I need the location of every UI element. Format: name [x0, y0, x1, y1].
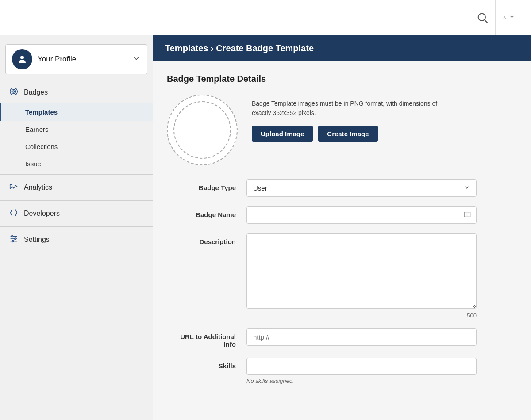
url-field: URL to Additional Info: [167, 328, 517, 348]
settings-icon: [9, 234, 19, 245]
description-label: Description: [167, 233, 246, 245]
svg-line-1: [485, 20, 487, 23]
sidebar-item-analytics[interactable]: Analytics: [0, 176, 153, 199]
badges-subnav: Templates Earners Collections Issue: [0, 103, 153, 172]
profile-name: Your Profile: [38, 55, 76, 64]
url-input-wrapper: [246, 328, 477, 346]
sidebar-item-badges[interactable]: Badges: [0, 81, 153, 103]
sidebar-item-collections[interactable]: Collections: [0, 138, 153, 155]
main-layout: Your Profile Badges: [0, 35, 531, 420]
badge-type-label: Badge Type: [167, 179, 246, 191]
content-area: Templates › Create Badge Template Badge …: [153, 35, 531, 420]
section-title: Badge Template Details: [167, 74, 517, 84]
skills-label: Skills: [167, 358, 246, 370]
search-icon: [476, 11, 489, 24]
svg-point-3: [20, 56, 24, 59]
breadcrumb: Templates › Create Badge Template: [165, 43, 314, 53]
svg-point-5: [12, 89, 15, 93]
image-upload-row: Badge Template images must be in PNG for…: [167, 95, 517, 165]
upload-image-button[interactable]: Upload Image: [252, 126, 313, 142]
skills-input-wrapper: No skills assigned.: [246, 358, 477, 384]
image-upload-info: Badge Template images must be in PNG for…: [252, 95, 446, 142]
sidebar-item-earners[interactable]: Earners: [0, 121, 153, 138]
sidebar-item-settings[interactable]: Settings: [0, 229, 153, 251]
image-buttons: Upload Image Create Image: [252, 126, 446, 142]
profile-section[interactable]: Your Profile: [5, 44, 147, 74]
url-label: URL to Additional Info: [167, 328, 246, 348]
char-count: 500: [246, 312, 477, 319]
svg-point-13: [12, 241, 14, 242]
user-chevron-icon: [509, 14, 515, 22]
description-textarea[interactable]: [246, 233, 477, 309]
image-placeholder: [167, 95, 238, 165]
svg-point-4: [10, 88, 18, 95]
skills-field: Skills No skills assigned.: [167, 358, 517, 384]
image-placeholder-inner: [173, 101, 231, 159]
analytics-icon: [9, 182, 19, 193]
description-field: Description 500: [167, 233, 517, 319]
badge-name-label: Badge Name: [167, 206, 246, 218]
sidebar-item-templates[interactable]: Templates: [0, 103, 153, 121]
url-input[interactable]: [246, 328, 477, 346]
badge-name-input[interactable]: [246, 206, 477, 224]
sidebar-item-issue[interactable]: Issue: [0, 155, 153, 172]
badges-label: Badges: [24, 88, 48, 96]
badge-type-select[interactable]: User Organization Group: [246, 179, 477, 197]
form-container: Badge Template Details Badge Template im…: [153, 61, 531, 406]
profile-chevron-icon: [132, 54, 141, 65]
badges-section: Badges Templates Earners Collections Iss…: [0, 81, 153, 172]
avatar: [12, 49, 32, 69]
image-info-text: Badge Template images must be in PNG for…: [252, 99, 446, 118]
sidebar-item-developers[interactable]: Developers: [0, 202, 153, 225]
developers-icon: [9, 208, 19, 219]
analytics-label: Analytics: [24, 183, 52, 191]
create-image-button[interactable]: Create Image: [318, 126, 377, 142]
user-icon: [503, 12, 506, 23]
top-header: [0, 0, 531, 35]
profile-left: Your Profile: [12, 49, 76, 69]
badge-type-field: Badge Type User Organization Group: [167, 179, 517, 197]
badge-type-input-wrapper: User Organization Group: [246, 179, 477, 197]
nav-divider: [0, 174, 153, 175]
nav-divider-3: [0, 226, 153, 227]
svg-point-0: [478, 13, 485, 20]
skills-helper: No skills assigned.: [246, 378, 477, 384]
badges-icon: [9, 87, 19, 98]
description-input-wrapper: 500: [246, 233, 477, 319]
badge-name-field: Badge Name: [167, 206, 517, 224]
nav-divider-2: [0, 200, 153, 201]
badge-name-input-wrapper: [246, 206, 477, 224]
developers-label: Developers: [24, 210, 60, 218]
settings-label: Settings: [24, 236, 50, 244]
skills-input[interactable]: [246, 358, 477, 375]
avatar-icon: [17, 54, 27, 65]
user-menu-button[interactable]: [496, 0, 522, 35]
sidebar: Your Profile Badges: [0, 35, 153, 420]
breadcrumb-header: Templates › Create Badge Template: [153, 35, 531, 61]
svg-point-12: [15, 238, 16, 240]
svg-point-6: [13, 91, 15, 92]
svg-point-2: [504, 16, 505, 17]
search-button[interactable]: [469, 0, 496, 35]
svg-point-11: [12, 236, 13, 237]
